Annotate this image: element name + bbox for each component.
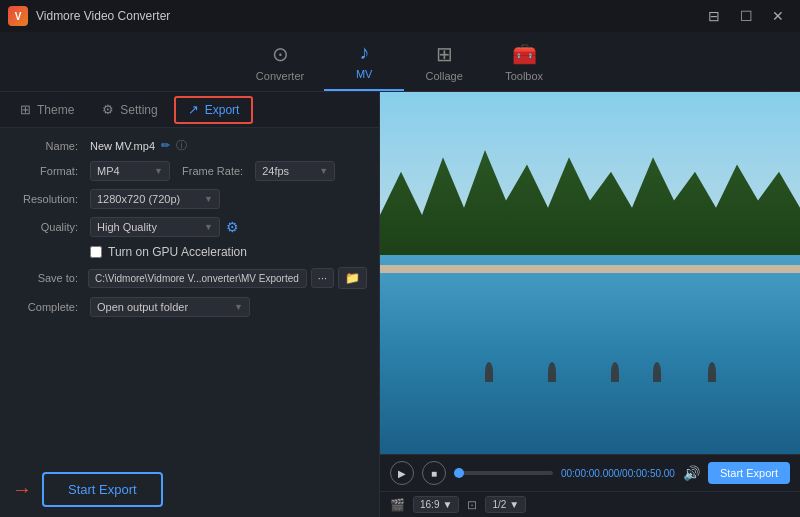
gpu-label: Turn on GPU Acceleration (108, 245, 247, 259)
tab-toolbox[interactable]: 🧰 Toolbox (484, 32, 564, 91)
nav-tabs: ⊙ Converter ♪ MV ⊞ Collage 🧰 Toolbox (0, 32, 800, 92)
quality-row: Quality: High Quality ▼ ⚙ (12, 217, 367, 237)
window-controls: ⊟ ☐ ✕ (700, 6, 792, 26)
preview-video (380, 92, 800, 454)
play-button[interactable]: ▶ (390, 461, 414, 485)
tab-toolbox-label: Toolbox (505, 70, 543, 82)
app-logo: V (8, 6, 28, 26)
tab-collage[interactable]: ⊞ Collage (404, 32, 484, 91)
scale-dropdown[interactable]: 1/2 ▼ (485, 496, 526, 513)
minimize-button[interactable]: ⊟ (700, 6, 728, 26)
player-controls: ▶ ■ 00:00:00.000/00:00:50.00 🔊 Start Exp… (380, 454, 800, 491)
saveto-row: Save to: C:\Vidmore\Vidmore V...onverter… (12, 267, 367, 289)
complete-value: Open output folder (97, 301, 188, 313)
pool-edge (380, 265, 800, 273)
gpu-row: Turn on GPU Acceleration (12, 245, 367, 259)
ratio-value: 16:9 (420, 499, 439, 510)
complete-dropdown-arrow: ▼ (234, 302, 243, 312)
format-row: Format: MP4 ▼ Frame Rate: 24fps ▼ (12, 161, 367, 181)
start-export-arrow-indicator: → (12, 478, 32, 501)
name-label: Name: (12, 140, 84, 152)
close-button[interactable]: ✕ (764, 6, 792, 26)
gpu-checkbox[interactable] (90, 246, 102, 258)
video-icon: 🎬 (390, 498, 405, 512)
subtab-setting-label: Setting (120, 103, 157, 117)
collage-icon: ⊞ (436, 42, 453, 66)
subtab-export[interactable]: ↗ Export (174, 96, 254, 124)
quality-value: High Quality (97, 221, 157, 233)
pool-scene (380, 92, 800, 454)
framerate-value: 24fps (262, 165, 289, 177)
complete-dropdown[interactable]: Open output folder ▼ (90, 297, 250, 317)
resolution-value: 1280x720 (720p) (97, 193, 180, 205)
subtab-theme[interactable]: ⊞ Theme (8, 96, 86, 124)
figure-3 (611, 362, 619, 382)
left-panel: ⊞ Theme ⚙ Setting ↗ Export Name: New MV.… (0, 92, 380, 517)
start-export-right-button[interactable]: Start Export (708, 462, 790, 484)
export-settings-panel: Name: New MV.mp4 ✏ ⓘ Format: MP4 ▼ Frame… (0, 128, 379, 462)
start-export-button[interactable]: Start Export (42, 472, 163, 507)
mv-icon: ♪ (359, 41, 369, 64)
format-value: MP4 (97, 165, 120, 177)
subtab-theme-label: Theme (37, 103, 74, 117)
stop-button[interactable]: ■ (422, 461, 446, 485)
tab-mv-label: MV (356, 68, 373, 80)
titlebar: V Vidmore Video Converter ⊟ ☐ ✕ (0, 0, 800, 32)
quality-gear-icon[interactable]: ⚙ (226, 219, 239, 235)
resolution-dropdown[interactable]: 1280x720 (720p) ▼ (90, 189, 220, 209)
app-title: Vidmore Video Converter (36, 9, 700, 23)
resolution-label: Resolution: (12, 193, 84, 205)
figure-1 (485, 362, 493, 382)
name-edit-icon[interactable]: ✏ (161, 139, 170, 152)
subtab-setting[interactable]: ⚙ Setting (90, 96, 169, 124)
ratio-dropdown-arrow: ▼ (442, 499, 452, 510)
tab-collage-label: Collage (426, 70, 463, 82)
saveto-path: C:\Vidmore\Vidmore V...onverter\MV Expor… (88, 269, 307, 288)
time-display: 00:00:00.000/00:00:50.00 (561, 468, 675, 479)
progress-thumb (454, 468, 464, 478)
quality-dropdown-arrow: ▼ (204, 222, 213, 232)
progress-bar[interactable] (454, 471, 553, 475)
ratio-controls: 🎬 16:9 ▼ ⊡ 1/2 ▼ (380, 491, 800, 517)
right-panel: ▶ ■ 00:00:00.000/00:00:50.00 🔊 Start Exp… (380, 92, 800, 517)
framerate-dropdown[interactable]: 24fps ▼ (255, 161, 335, 181)
complete-row: Complete: Open output folder ▼ (12, 297, 367, 317)
figure-2 (548, 362, 556, 382)
resolution-dropdown-arrow: ▼ (204, 194, 213, 204)
theme-grid-icon: ⊞ (20, 102, 31, 117)
scale-value: 1/2 (492, 499, 506, 510)
quality-dropdown[interactable]: High Quality ▼ (90, 217, 220, 237)
framerate-dropdown-arrow: ▼ (319, 166, 328, 176)
scale-icon: ⊡ (467, 498, 477, 512)
complete-label: Complete: (12, 301, 84, 313)
saveto-dots-button[interactable]: ··· (311, 268, 334, 288)
resolution-row: Resolution: 1280x720 (720p) ▼ (12, 189, 367, 209)
sub-tabs: ⊞ Theme ⚙ Setting ↗ Export (0, 92, 379, 128)
tab-mv[interactable]: ♪ MV (324, 32, 404, 91)
export-arrow-icon: ↗ (188, 102, 199, 117)
quality-label: Quality: (12, 221, 84, 233)
maximize-button[interactable]: ☐ (732, 6, 760, 26)
framerate-label: Frame Rate: (176, 165, 249, 177)
start-export-area: → Start Export (0, 462, 379, 517)
tab-converter[interactable]: ⊙ Converter (236, 32, 324, 91)
format-dropdown[interactable]: MP4 ▼ (90, 161, 170, 181)
main-content: ⊞ Theme ⚙ Setting ↗ Export Name: New MV.… (0, 92, 800, 517)
name-info-icon[interactable]: ⓘ (176, 138, 187, 153)
subtab-export-label: Export (205, 103, 240, 117)
setting-gear-icon: ⚙ (102, 102, 114, 117)
name-row: Name: New MV.mp4 ✏ ⓘ (12, 138, 367, 153)
figure-5 (708, 362, 716, 382)
start-export-label: Start Export (68, 482, 137, 497)
converter-icon: ⊙ (272, 42, 289, 66)
figure-4 (653, 362, 661, 382)
saveto-label: Save to: (12, 272, 84, 284)
pool-water (380, 255, 800, 454)
toolbox-icon: 🧰 (512, 42, 537, 66)
ratio-dropdown[interactable]: 16:9 ▼ (413, 496, 459, 513)
name-value: New MV.mp4 (90, 140, 155, 152)
volume-icon[interactable]: 🔊 (683, 465, 700, 481)
tab-converter-label: Converter (256, 70, 304, 82)
saveto-folder-button[interactable]: 📁 (338, 267, 367, 289)
preview-area (380, 92, 800, 454)
